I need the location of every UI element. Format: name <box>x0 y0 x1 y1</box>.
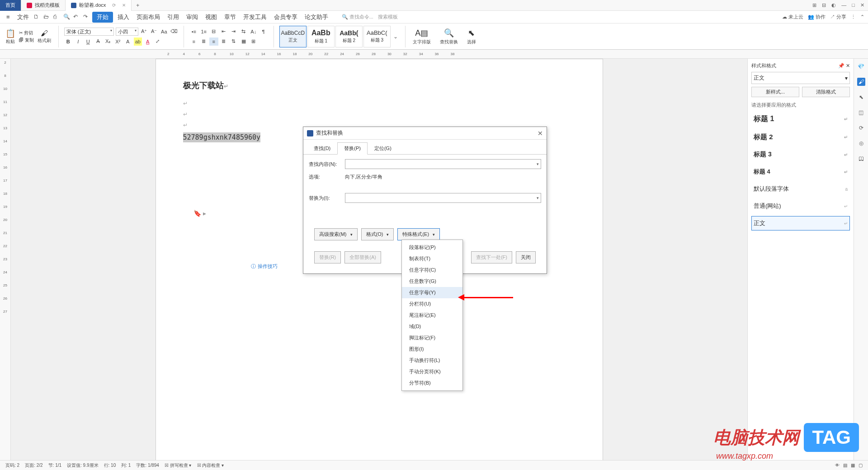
align-right-button[interactable]: ≡ <box>209 38 218 46</box>
maximize-icon[interactable]: □ <box>852 2 855 8</box>
sidebar-select-icon[interactable]: ⬉ <box>857 93 865 101</box>
dialog-titlebar[interactable]: 查找和替换 ✕ <box>303 127 547 140</box>
status-position[interactable]: 设置值: 9.9厘米 <box>67 462 98 469</box>
text-effects-button[interactable]: A <box>124 38 132 46</box>
dropdown-item-column-break[interactable]: 分栏符(U) <box>402 298 462 310</box>
indent-dec-button[interactable]: ⇤ <box>219 28 228 36</box>
dropdown-item-any-char[interactable]: 任意字符(C) <box>402 264 462 276</box>
view-eye-icon[interactable]: 👁 <box>835 463 840 468</box>
font-size-select[interactable]: 小四 <box>116 28 138 36</box>
dropdown-item-tab[interactable]: 制表符(T) <box>402 253 462 264</box>
menu-dev[interactable]: 开发工具 <box>241 12 269 22</box>
menu-vip[interactable]: 会员专享 <box>271 12 300 22</box>
redo-icon[interactable]: ↷ <box>83 14 90 21</box>
dropdown-item-graphic[interactable]: 图形(I) <box>402 343 462 355</box>
minimize-icon[interactable]: — <box>841 2 846 8</box>
dropdown-item-any-digit[interactable]: 任意数字(G) <box>402 276 462 287</box>
font-color-button[interactable]: A <box>144 38 152 46</box>
dropdown-item-any-letter[interactable]: 任意字母(Y) <box>402 287 462 298</box>
view-mode1-icon[interactable]: ▤ <box>843 463 847 468</box>
replace-button[interactable]: 替换(R) <box>314 251 341 263</box>
indent-inc-button[interactable]: ⇥ <box>229 28 238 36</box>
style-normal[interactable]: AaBbCcD 正文 <box>279 26 307 47</box>
menu-hamburger-icon[interactable]: ≡ <box>4 13 13 21</box>
borders-button[interactable]: ⊞ <box>249 38 258 46</box>
tips-link[interactable]: ⓘ 操作技巧 <box>251 263 278 270</box>
view-mode2-icon[interactable]: ▦ <box>851 463 855 468</box>
status-pagenum[interactable]: 页码: 2 <box>5 462 19 469</box>
preview-icon[interactable]: 🔍 <box>63 14 71 21</box>
open-icon[interactable]: 🗁 <box>43 14 51 21</box>
dropdown-item-field[interactable]: 域(D) <box>402 321 462 332</box>
chevron-icon[interactable]: ⌃ <box>860 14 864 20</box>
more-icon[interactable]: ⋮ <box>851 14 856 20</box>
search-cmd-input[interactable]: 🔍 查找命令... <box>342 14 373 20</box>
styles-more-icon[interactable]: ⌄ <box>392 33 400 40</box>
font-name-select[interactable]: 宋体 (正文) <box>64 28 114 36</box>
grid-icon[interactable]: ⊟ <box>822 2 826 8</box>
superscript-button[interactable]: X² <box>114 38 122 46</box>
menu-review[interactable]: 审阅 <box>184 12 201 22</box>
menu-layout[interactable]: 页面布局 <box>134 12 163 22</box>
bookmark-icon[interactable]: 🔖 ▸ <box>193 210 206 217</box>
status-col[interactable]: 列: 1 <box>121 462 131 469</box>
search-tpl-input[interactable]: 搜索模板 <box>378 14 398 20</box>
tab-document[interactable]: 盼望着.docx ⟳ ✕ <box>66 0 132 11</box>
change-case-icon[interactable]: Aa <box>160 28 168 36</box>
style-item-h4[interactable]: 标题 4↵ <box>751 164 850 179</box>
dialog-tab-goto[interactable]: 定位(G) <box>368 142 398 155</box>
menu-section[interactable]: 章节 <box>222 12 239 22</box>
style-h3[interactable]: AaBbC( 标题 3 <box>363 26 391 47</box>
dialog-close-icon[interactable]: ✕ <box>538 130 543 137</box>
status-section[interactable]: 节: 1/1 <box>48 462 61 469</box>
sidebar-assistant-icon[interactable]: 💎 <box>857 62 865 70</box>
sidebar-book-icon[interactable]: 🕮 <box>857 155 865 163</box>
find-content-input[interactable] <box>345 159 541 169</box>
align-left-button[interactable]: ≡ <box>189 38 198 46</box>
print-icon[interactable]: ⎙ <box>53 14 61 21</box>
collab-button[interactable]: 👥 协作 <box>808 14 826 20</box>
copy-button[interactable]: 🗐 复制 <box>19 37 34 43</box>
replace-with-input[interactable] <box>345 193 541 203</box>
replace-all-button[interactable]: 全部替换(A) <box>344 251 381 263</box>
numbering-button[interactable]: 1≡ <box>199 28 208 36</box>
find-next-button[interactable]: 查找下一处(F) <box>471 251 512 263</box>
adv-search-button[interactable]: 高级搜索(M) <box>314 228 358 240</box>
bold-button[interactable]: B <box>64 38 72 46</box>
clear-format-icon[interactable]: ⌫ <box>170 28 178 36</box>
tab-close-icon[interactable]: ✕ <box>122 3 126 8</box>
special-format-button[interactable]: 特殊格式(E) <box>397 228 440 240</box>
paste-icon[interactable]: 📋 <box>5 28 15 38</box>
status-words[interactable]: 字数: 1/894 <box>136 462 159 469</box>
ribbon-text-layout[interactable]: A▤ 文字排版 <box>411 28 433 45</box>
new-icon[interactable]: 🗋 <box>33 14 41 21</box>
horizontal-ruler[interactable]: 2468101214161820222426283032343638 <box>0 50 868 59</box>
status-spell[interactable]: ☒ 拼写检查 ▾ <box>165 462 192 469</box>
dropdown-item-footnote[interactable]: 脚注标记(F) <box>402 332 462 343</box>
menu-view[interactable]: 视图 <box>203 12 220 22</box>
tab-add[interactable]: + <box>132 2 144 9</box>
style-item-web-normal[interactable]: 普通(网站)↵ <box>751 199 850 213</box>
format-button[interactable]: 格式(O) <box>361 228 394 240</box>
shading-button[interactable]: ▦ <box>239 38 248 46</box>
pin-icon[interactable]: 📌 <box>838 63 844 68</box>
style-item-h1[interactable]: 标题 1↵ <box>751 111 850 127</box>
style-item-normal[interactable]: 正文↵ <box>751 216 850 230</box>
cloud-status[interactable]: ☁ 未上云 <box>782 14 803 20</box>
view-mode3-icon[interactable]: ▢ <box>859 463 863 468</box>
ribbon-find-replace[interactable]: 🔍 查找替换 <box>438 28 460 45</box>
vertical-ruler[interactable]: 28101112131415161718192021222324252627 <box>0 59 11 461</box>
user-icon[interactable]: ◐ <box>831 2 836 8</box>
expand-button[interactable]: ⤢ <box>154 38 162 46</box>
bullets-button[interactable]: •≡ <box>189 28 198 36</box>
sidebar-refresh-icon[interactable]: ⟳ <box>857 124 865 132</box>
status-doc-check[interactable]: ☒ 内容检查 ▾ <box>197 462 224 469</box>
tab-button[interactable]: ⇆ <box>239 28 248 36</box>
tab-template[interactable]: 找稻壳模板 <box>21 0 66 11</box>
strike-button[interactable]: A̶ <box>94 38 102 46</box>
ribbon-select[interactable]: ⬉ 选择 <box>465 28 478 45</box>
line-spacing-button[interactable]: ⇅ <box>229 38 238 46</box>
dropdown-item-endnote[interactable]: 尾注标记(E) <box>402 310 462 321</box>
decrease-font-icon[interactable]: A⁻ <box>150 28 158 36</box>
close-button[interactable]: 关闭 <box>516 251 536 263</box>
